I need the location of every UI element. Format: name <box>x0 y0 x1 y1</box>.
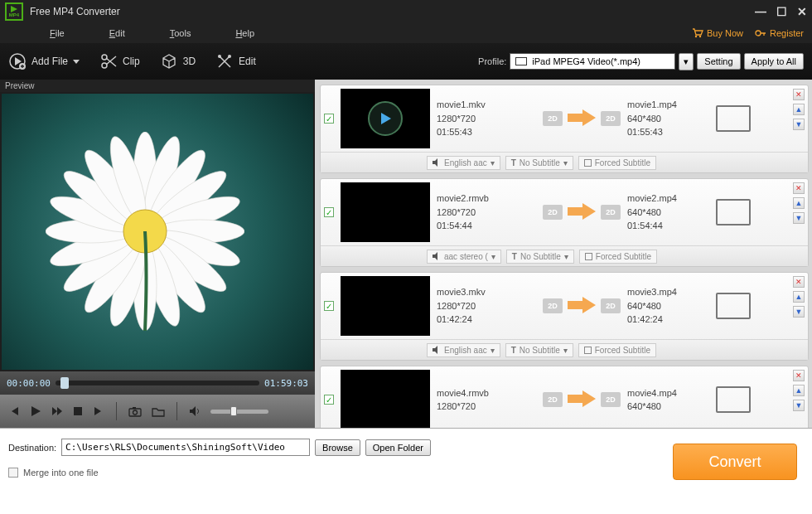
stop-button[interactable] <box>73 406 83 416</box>
play-logo-icon <box>10 6 18 12</box>
device-output-icon <box>716 293 751 319</box>
clip-label: Clip <box>123 56 140 67</box>
maximize-button[interactable]: ☐ <box>776 5 787 18</box>
device-output-icon <box>716 199 751 225</box>
play-button[interactable] <box>30 405 41 417</box>
menu-tools[interactable]: Tools <box>170 28 191 38</box>
svg-marker-46 <box>433 252 437 260</box>
edit-label: Edit <box>239 56 256 67</box>
move-up-button[interactable]: ▲ <box>793 291 805 303</box>
open-folder-button[interactable]: Open Folder <box>365 439 431 456</box>
move-up-button[interactable]: ▲ <box>793 197 805 209</box>
3d-button[interactable]: 3D <box>160 52 196 70</box>
volume-slider[interactable] <box>210 410 268 414</box>
item-checkbox[interactable]: ✓ <box>324 114 334 124</box>
convert-button[interactable]: Convert <box>673 444 797 480</box>
source-meta: movie3.mkv1280*72001:42:24 <box>437 285 536 327</box>
arrow-icon <box>568 202 596 222</box>
audio-track-select[interactable]: aac stereo (▾ <box>427 250 501 264</box>
mute-button[interactable] <box>189 405 201 417</box>
svg-marker-41 <box>190 406 196 416</box>
timeline-thumb[interactable] <box>60 377 69 389</box>
volume-thumb[interactable] <box>230 406 237 416</box>
source-resolution: 1280*720 <box>437 112 536 126</box>
remove-item-button[interactable]: ✕ <box>793 182 805 194</box>
apply-to-all-button[interactable]: Apply to All <box>744 53 804 70</box>
move-down-button[interactable]: ▼ <box>793 119 805 130</box>
subtitle-select[interactable]: TNo Subtitle▾ <box>506 250 574 264</box>
remove-item-button[interactable]: ✕ <box>793 370 805 381</box>
profile-select[interactable]: iPad MPEG4 Video(*.mp4) <box>510 53 675 70</box>
video-preview[interactable] <box>2 94 313 370</box>
prev-button[interactable] <box>8 405 20 417</box>
audio-track-label: English aac <box>444 158 487 167</box>
item-thumbnail[interactable] <box>341 276 430 336</box>
svg-point-10 <box>218 55 221 58</box>
forced-subtitle-toggle[interactable]: Forced Subtitle <box>578 343 656 357</box>
move-down-button[interactable]: ▼ <box>793 306 805 318</box>
clip-button[interactable]: Clip <box>99 52 140 70</box>
add-file-icon <box>8 52 27 70</box>
browse-button[interactable]: Browse <box>315 439 360 456</box>
forced-subtitle-toggle[interactable]: Forced Subtitle <box>579 250 657 264</box>
buy-now-link[interactable]: Buy Now <box>692 28 743 38</box>
minimize-button[interactable]: — <box>755 5 766 18</box>
forced-subtitle-label: Forced Subtitle <box>595 346 650 355</box>
timeline: 00:00:00 01:59:03 <box>0 371 315 395</box>
move-up-button[interactable]: ▲ <box>793 104 805 115</box>
menu-file[interactable]: File <box>50 28 65 38</box>
open-folder-button[interactable] <box>152 406 165 417</box>
subtitle-select[interactable]: TNo Subtitle▾ <box>505 156 573 170</box>
item-checkbox[interactable]: ✓ <box>324 301 334 311</box>
source-meta: movie1.mkv1280*72001:55:43 <box>437 98 536 139</box>
menu-bar: File Edit Tools Help Buy Now Register <box>0 23 812 43</box>
timeline-track[interactable] <box>56 381 259 386</box>
source-meta: movie4.rmvb1280*720 <box>437 386 536 414</box>
audio-track-select[interactable]: English aac▾ <box>427 343 500 357</box>
svg-point-2 <box>699 36 701 37</box>
item-thumbnail[interactable] <box>341 182 430 242</box>
forced-subtitle-toggle[interactable]: Forced Subtitle <box>578 156 656 170</box>
snapshot-button[interactable] <box>128 406 142 417</box>
profile-dropdown-button[interactable]: ▾ <box>679 53 694 70</box>
badge-2d-out: 2D <box>601 298 621 313</box>
bottom-panel: Destination: Browse Open Folder Merge in… <box>0 428 812 514</box>
fast-forward-button[interactable] <box>51 405 63 417</box>
svg-point-9 <box>102 63 107 68</box>
item-checkbox[interactable]: ✓ <box>324 395 334 405</box>
play-overlay-icon[interactable] <box>368 101 403 136</box>
title-bar: MP4 Free MP4 Converter — ☐ ✕ <box>0 0 812 23</box>
item-thumbnail[interactable] <box>341 89 430 148</box>
item-thumbnail[interactable] <box>341 370 430 428</box>
register-link[interactable]: Register <box>755 28 804 38</box>
source-duration: 01:54:44 <box>437 219 536 233</box>
forced-subtitle-label: Forced Subtitle <box>595 158 650 167</box>
output-meta: movie2.mp4640*48001:54:44 <box>627 192 706 233</box>
audio-track-select[interactable]: English aac▾ <box>427 156 500 170</box>
remove-item-button[interactable]: ✕ <box>793 276 805 288</box>
edit-button[interactable]: Edit <box>215 52 256 70</box>
remove-item-button[interactable]: ✕ <box>793 89 805 100</box>
source-filename: movie2.rmvb <box>437 192 536 206</box>
setting-button[interactable]: Setting <box>697 53 740 70</box>
move-down-button[interactable]: ▼ <box>793 212 805 224</box>
arrow-icon <box>568 109 596 128</box>
speaker-icon <box>433 346 441 354</box>
source-filename: movie3.mkv <box>437 285 536 299</box>
svg-marker-49 <box>568 390 596 407</box>
output-filename: movie4.mp4 <box>627 386 706 400</box>
destination-input[interactable] <box>61 439 310 456</box>
move-down-button[interactable]: ▼ <box>793 400 805 411</box>
menu-help[interactable]: Help <box>235 28 254 38</box>
subtitle-select[interactable]: TNo Subtitle▾ <box>505 343 573 357</box>
menu-edit[interactable]: Edit <box>109 28 125 38</box>
svg-point-8 <box>102 55 107 60</box>
move-up-button[interactable]: ▲ <box>793 385 805 396</box>
merge-checkbox[interactable] <box>8 468 18 478</box>
close-button[interactable]: ✕ <box>797 5 807 18</box>
add-file-button[interactable]: Add File <box>8 52 80 70</box>
item-checkbox[interactable]: ✓ <box>324 207 334 217</box>
next-button[interactable] <box>93 405 104 417</box>
svg-point-1 <box>695 36 697 37</box>
conversion-arrow: 2D2D <box>543 296 621 316</box>
